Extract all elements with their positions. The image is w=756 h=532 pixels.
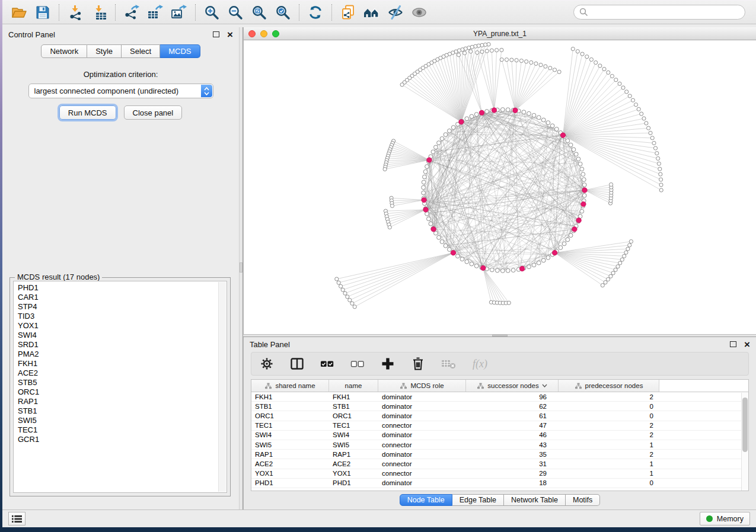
tab-style[interactable]: Style	[87, 44, 122, 58]
table-row[interactable]: TEC1TEC1connector472	[251, 421, 748, 431]
table-row[interactable]: SWI5SWI5connector431	[251, 440, 748, 450]
column-header-shared-name[interactable]: shared name	[251, 380, 329, 392]
mcds-result-item[interactable]: SRD1	[18, 340, 227, 350]
create-column-button[interactable]	[381, 357, 395, 371]
table-cell: connector	[378, 469, 466, 478]
splitter-grip[interactable]	[492, 335, 508, 336]
hide-selected-button[interactable]	[384, 3, 407, 22]
network-canvas[interactable]	[244, 40, 756, 334]
tab-node-table[interactable]: Node Table	[400, 494, 452, 506]
mcds-result-item[interactable]: STB5	[18, 378, 227, 387]
mcds-result-item[interactable]: PMA2	[18, 350, 227, 359]
mcds-result-item[interactable]: STP4	[18, 302, 227, 312]
mcds-result-list[interactable]: PHD1CAR1STP4TID3YOX1SWI4SRD1PMA2FKH1ACE2…	[13, 281, 227, 493]
table-cell: TEC1	[251, 421, 329, 430]
toolbar-separator	[299, 4, 299, 21]
search-box[interactable]	[573, 5, 745, 20]
first-neighbors-button[interactable]	[360, 3, 384, 22]
memory-status-icon	[706, 515, 713, 522]
table-settings-button[interactable]	[260, 356, 274, 371]
tab-network-table[interactable]: Network Table	[504, 494, 566, 506]
open-file-button[interactable]	[7, 3, 31, 22]
tab-select[interactable]: Select	[122, 44, 160, 58]
mcds-result-item[interactable]: SWI5	[18, 416, 227, 425]
column-header-predecessor-nodes[interactable]: predecessor nodes	[559, 380, 659, 392]
search-input[interactable]	[591, 8, 739, 17]
zoom-fit-button[interactable]	[247, 3, 271, 22]
table-cell: RAP1	[251, 450, 329, 459]
import-network-button[interactable]	[63, 3, 87, 22]
close-panel-icon[interactable]: ×	[744, 339, 750, 350]
import-table-icon	[91, 5, 107, 20]
zoom-in-button[interactable]	[200, 3, 224, 22]
main-toolbar	[2, 1, 756, 24]
table-row[interactable]: YOX1YOX1connector291	[251, 469, 748, 479]
table-row[interactable]: PHD1PHD1dominator180	[251, 479, 748, 488]
save-session-button[interactable]	[31, 3, 55, 22]
table-cell: 96	[466, 392, 559, 401]
mcds-result-item[interactable]: GCR1	[18, 435, 227, 444]
table-row[interactable]: SWI4SWI4dominator462	[251, 431, 748, 440]
table-row[interactable]: RAP1RAP1dominator352	[251, 450, 748, 459]
refresh-button[interactable]	[304, 3, 327, 22]
export-network-button[interactable]	[120, 3, 143, 22]
copy-network-button[interactable]	[336, 3, 360, 22]
select-all-columns-button[interactable]	[320, 357, 334, 371]
zoom-out-button[interactable]	[224, 3, 247, 22]
column-header-successor-nodes[interactable]: successor nodes	[466, 380, 559, 392]
show-log-button[interactable]	[8, 512, 25, 525]
scrollbar-thumb[interactable]	[742, 398, 748, 452]
mcds-result-item[interactable]: STB1	[18, 406, 227, 416]
close-panel-icon[interactable]: ×	[227, 30, 233, 40]
open-folder-icon	[11, 5, 27, 20]
table-row[interactable]: FKH1FKH1dominator962	[251, 392, 748, 402]
horizontal-splitter[interactable]	[243, 334, 756, 337]
column-header-name[interactable]: name	[329, 380, 378, 392]
mcds-result-item[interactable]: ORC1	[18, 387, 227, 397]
mcds-result-item[interactable]: YOX1	[18, 321, 227, 331]
table-row[interactable]: ORC1ORC1dominator610	[251, 411, 748, 421]
table-cell: 1	[559, 459, 659, 468]
tab-mcds[interactable]: MCDS	[160, 44, 200, 58]
mcds-result-item[interactable]: FKH1	[18, 359, 227, 368]
table-row[interactable]: STB1STB1dominator620	[251, 402, 748, 411]
tab-network[interactable]: Network	[41, 44, 87, 58]
deselect-all-columns-button[interactable]	[350, 357, 365, 371]
mcds-result-item[interactable]: SWI4	[18, 331, 227, 340]
mcds-result-item[interactable]: TEC1	[18, 425, 227, 435]
show-column-panel-button[interactable]	[290, 357, 304, 371]
optimization-select[interactable]: largest connected component (undirected)	[28, 84, 213, 98]
export-table-button[interactable]	[143, 3, 167, 22]
table-cell: 47	[466, 421, 559, 430]
table-cell: SWI4	[251, 431, 329, 440]
table-row[interactable]: ACE2ACE2connector311	[251, 459, 748, 469]
run-mcds-button[interactable]: Run MCDS	[59, 105, 116, 120]
vertical-splitter[interactable]	[239, 27, 243, 509]
network-graph[interactable]	[244, 40, 756, 334]
mcds-result-item[interactable]: CAR1	[18, 293, 227, 302]
tab-motifs[interactable]: Motifs	[566, 494, 600, 506]
float-panel-icon[interactable]	[213, 31, 219, 37]
table-scrollbar[interactable]	[741, 393, 748, 491]
delete-column-button[interactable]	[411, 356, 425, 371]
mcds-result-item[interactable]: RAP1	[18, 397, 227, 406]
network-titlebar[interactable]: YPA_prune.txt_1	[244, 27, 756, 40]
column-header-filler	[659, 380, 748, 392]
table-cell: 31	[466, 459, 559, 468]
mcds-result-item[interactable]: TID3	[18, 312, 227, 321]
select-stepper-icon	[201, 85, 212, 97]
tab-edge-table[interactable]: Edge Table	[452, 494, 504, 506]
zoom-selected-button[interactable]	[271, 3, 295, 22]
column-header-MCDS-role[interactable]: MCDS role	[378, 380, 466, 392]
export-image-button[interactable]	[167, 3, 191, 22]
show-all-button[interactable]	[407, 3, 431, 22]
mcds-result-item[interactable]: PHD1	[18, 283, 227, 293]
close-panel-button[interactable]: Close panel	[124, 105, 183, 120]
memory-button[interactable]: Memory	[700, 512, 750, 525]
table-cell: ORC1	[329, 411, 378, 420]
mcds-result-item[interactable]: ACE2	[18, 368, 227, 378]
float-panel-icon[interactable]	[730, 341, 736, 347]
import-table-button[interactable]	[87, 3, 111, 22]
list-scrollbar[interactable]	[218, 282, 226, 492]
splitter-grip[interactable]	[240, 262, 243, 273]
